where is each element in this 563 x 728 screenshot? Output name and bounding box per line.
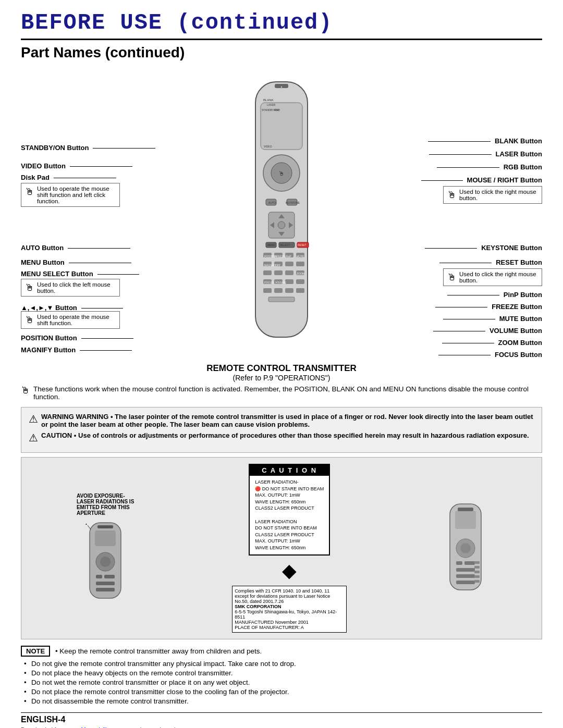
- remote-control-title-block: REMOTE CONTROL TRANSMITTER (Refer to P.9…: [21, 363, 542, 382]
- svg-rect-31: [296, 279, 304, 284]
- caution-text: • Use of controls or adjustments or perf…: [74, 431, 529, 439]
- svg-rect-32: [263, 288, 272, 293]
- warning-text: WARNING • The laser pointer of the remot…: [41, 413, 533, 428]
- page: BEFORE USE (continued) Part Names (conti…: [0, 0, 563, 728]
- svg-rect-65: [96, 588, 115, 591]
- svg-rect-82: [474, 575, 480, 578]
- mouse-icon-reset: 🖱: [447, 272, 457, 283]
- warning-box: ⚠ WARNING WARNING • The laser pointer of…: [21, 407, 542, 453]
- svg-rect-23: [296, 262, 304, 266]
- center-caution-area: C A U T I O N LASER RADIATION- 🔴 DO NOT …: [232, 464, 347, 633]
- label-standby-on: STANDBY/ON Button: [21, 143, 155, 152]
- manualslib-link[interactable]: www.Manualslib.com: [67, 726, 121, 728]
- avoid-exposure-text: AVOID EXPOSURE-LASER RADIATIONS ISEMITTE…: [77, 493, 134, 516]
- label-auto: AUTO Button: [21, 243, 130, 252]
- svg-text:KEYSTONE: KEYSTONE: [286, 201, 300, 204]
- svg-rect-64: [96, 582, 115, 585]
- label-disk-pad: Disk Pad: [21, 173, 116, 181]
- list-item: Do not place the remote control transmit…: [24, 688, 542, 696]
- svg-rect-22: [285, 262, 293, 266]
- svg-rect-80: [474, 566, 480, 569]
- label-focus: FOCUS Button: [438, 350, 542, 359]
- note-label: NOTE: [21, 646, 50, 657]
- caution-triangle-icon: ⚠: [29, 431, 38, 444]
- main-title: BEFORE USE (continued): [21, 10, 542, 40]
- svg-text:SELECT: SELECT: [280, 243, 290, 246]
- mouse-function-note: 🖱 These functions work when the mouse co…: [21, 385, 542, 401]
- callout-disk-pad: 🖱 Used to operate the mouse shift functi…: [21, 183, 120, 207]
- list-item: Do not give the remote control transmitt…: [24, 660, 542, 668]
- callout-mouse-right: 🖱 Used to click the right mouse button.: [443, 186, 542, 204]
- svg-text:RGB: RGB: [274, 108, 280, 112]
- svg-rect-35: [296, 288, 304, 293]
- laser-warning-diamond: ◆: [282, 560, 297, 582]
- svg-point-73: [460, 543, 471, 553]
- svg-rect-79: [474, 561, 480, 564]
- svg-text:AUTO: AUTO: [268, 201, 276, 204]
- label-video: VIDEO Button: [21, 162, 132, 170]
- warning-label: WARNING: [41, 413, 74, 421]
- svg-rect-83: [474, 580, 480, 583]
- caution-box-title: C A U T I O N: [250, 465, 329, 476]
- label-menu: MENU Button: [21, 258, 131, 266]
- svg-rect-34: [285, 288, 293, 293]
- list-item: Do not disassemble the remote control tr…: [24, 697, 542, 705]
- svg-rect-30: [285, 279, 293, 284]
- note-text: • Keep the remote control transmitter aw…: [55, 647, 262, 655]
- label-rgb: RGB Button: [437, 163, 542, 171]
- svg-rect-25: [274, 270, 283, 275]
- remote-control-subtitle: (Refer to P.9 "OPERATIONS"): [21, 374, 542, 382]
- mouse-icon-right: 🖱: [447, 190, 457, 201]
- caution-box-content: LASER RADIATION- 🔴 DO NOT STARE INTO BEA…: [255, 479, 324, 551]
- svg-text:ZOOM: ZOOM: [297, 272, 304, 275]
- svg-text:MAGNIFY: MAGNIFY: [264, 264, 276, 267]
- warning-triangle-icon: ⚠: [29, 413, 38, 425]
- caution-label: CAUTION: [41, 431, 72, 439]
- label-laser: LASER Button: [429, 150, 542, 158]
- label-zoom: ZOOM Button: [442, 338, 542, 347]
- svg-rect-76: [456, 568, 475, 572]
- list-item: Do not place the heavy objects on the re…: [24, 669, 542, 677]
- svg-text:▲: ▲: [85, 522, 88, 525]
- svg-text:RESET: RESET: [298, 243, 307, 246]
- svg-rect-71: [458, 508, 473, 511]
- remote-control-title: REMOTE CONTROL TRANSMITTER: [21, 363, 542, 374]
- diagram-area: 🖱: [21, 66, 542, 358]
- downloaded-line: Downloaded from www.Manualslib.com manua…: [21, 726, 542, 728]
- svg-rect-63: [104, 575, 115, 578]
- caution-image-box: AVOID EXPOSURE-LASER RADIATIONS ISEMITTE…: [21, 457, 542, 639]
- left-remote-area: AVOID EXPOSURE-LASER RADIATIONS ISEMITTE…: [77, 493, 134, 603]
- svg-line-67: [88, 525, 91, 529]
- svg-text:BLANK: BLANK: [263, 98, 274, 102]
- svg-rect-66: [97, 525, 113, 528]
- svg-text:MUTE: MUTE: [297, 255, 304, 258]
- note-section: NOTE • Keep the remote control transmitt…: [21, 646, 542, 705]
- compliance-text: Complies with 21 CFR 1040. 10 and 1040. …: [232, 586, 347, 633]
- svg-text:MENU: MENU: [267, 243, 275, 246]
- svg-point-61: [100, 557, 111, 567]
- callout-reset: 🖱 Used to click the right mouse button.: [443, 268, 542, 286]
- svg-text:OFF: OFF: [275, 264, 280, 267]
- label-blank: BLANK Button: [428, 137, 542, 145]
- label-volume: VOLUME Button: [433, 326, 542, 335]
- label-freeze: FREEZE Button: [435, 302, 542, 311]
- label-mute: MUTE Button: [443, 314, 542, 323]
- caution-label-box: C A U T I O N LASER RADIATION- 🔴 DO NOT …: [249, 464, 330, 556]
- svg-rect-33: [274, 288, 283, 293]
- svg-text:▲: ▲: [280, 85, 283, 88]
- bullet-list: Do not give the remote control transmitt…: [24, 660, 542, 705]
- label-pinp: PinP Button: [447, 290, 542, 299]
- svg-point-12: [278, 221, 285, 229]
- svg-rect-36: [268, 297, 295, 302]
- svg-text:VOLUME: VOLUME: [275, 281, 287, 284]
- svg-text:VIDEO: VIDEO: [264, 145, 272, 148]
- svg-text:PinP: PinP: [286, 255, 291, 258]
- svg-rect-26: [285, 270, 293, 275]
- mouse-note-icon: 🖱: [21, 385, 30, 396]
- svg-text:FOCUS: FOCUS: [264, 281, 274, 284]
- label-magnify: MAGNIFY Button: [21, 346, 132, 354]
- label-reset: RESET Button: [439, 258, 542, 266]
- warning-row: ⚠ WARNING WARNING • The laser pointer of…: [29, 413, 534, 428]
- right-remote-area: [445, 501, 486, 595]
- svg-text:LASER: LASER: [267, 103, 276, 106]
